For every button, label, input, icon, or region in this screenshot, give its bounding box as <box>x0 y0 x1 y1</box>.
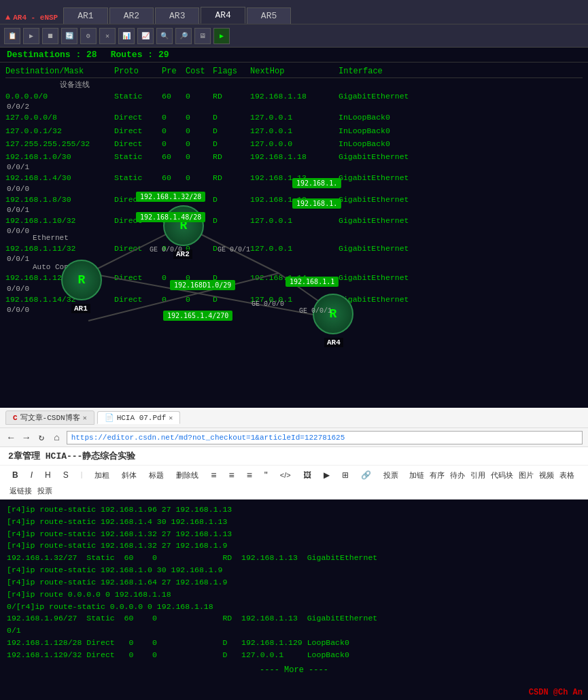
toolbar-btn-9[interactable]: 🔍 <box>156 28 173 44</box>
toolbar-btn-8[interactable]: 📈 <box>137 28 154 44</box>
more-indicator: ---- More ---- <box>7 661 581 680</box>
stats-bar: Destinations : 28 Routes : 29 <box>0 48 588 63</box>
tool-ordered[interactable]: ≡ <box>224 468 238 482</box>
sub-label-0/0/0a: 0/0/0 <box>5 185 583 193</box>
editor-tab-csdn[interactable]: C 写文章-CSDN博客 ✕ <box>5 410 94 425</box>
toolbar-divider-1: | <box>80 471 84 479</box>
sub-label-auto-copper: Auto Copper <box>5 263 583 271</box>
pdf-tab-close[interactable]: ✕ <box>169 414 173 422</box>
table-row: 192.168.1.11/32 Direct 0 0 D 127.0.0.1 G… <box>5 242 583 255</box>
nav-back-btn[interactable]: ← <box>5 431 16 444</box>
tool-unordered[interactable]: ≡ <box>207 468 220 482</box>
tab-ar5[interactable]: AR5 <box>247 7 291 24</box>
toolbar-label-table: 表格 <box>559 470 574 480</box>
table-row: 192.168.1.4/30 Static 60 0 RD 192.168.1.… <box>5 171 583 184</box>
header-proto: Proto <box>114 67 162 76</box>
routes-stat: Routes : 29 <box>111 50 169 60</box>
tool-strikethrough[interactable]: S <box>59 469 73 481</box>
destinations-stat: Destinations : 28 <box>7 50 97 60</box>
nav-home-btn[interactable]: ⌂ <box>51 431 62 444</box>
toolbar-btn-1[interactable]: 📋 <box>4 28 20 44</box>
editor-toolbar: B I H S | 加粗 斜体 标题 删除线 ≡ ≡ ≡ " </> 🖼 ▶ ⊞… <box>0 466 588 500</box>
tab-ar1[interactable]: AR1 <box>63 7 107 24</box>
tool-quote[interactable]: " <box>260 468 272 482</box>
nav-refresh-btn[interactable]: ↻ <box>36 430 47 444</box>
header-flags: Flags <box>213 67 250 76</box>
toolbar-label-vote2: 投票 <box>37 486 52 496</box>
editor-tab-pdf[interactable]: 📄 HCIA 07.Pdf ✕ <box>97 411 181 424</box>
editor-line-13: 192.168.1.129/32 Direct 0 0 D 127.0.0.1 … <box>7 649 581 661</box>
tool-italic[interactable]: I <box>27 469 37 481</box>
editor-line-4: [r4]ip route-static 192.168.1.32 27 192.… <box>7 540 581 552</box>
toolbar-btn-4[interactable]: 🔄 <box>61 28 77 44</box>
toolbar-btn-2[interactable]: ▶ <box>23 28 39 44</box>
toolbar-btn-11[interactable]: 🖥 <box>194 28 211 44</box>
toolbar-label-todo2: 待办 <box>450 470 465 480</box>
table-row: 127.255.255.255/32 Direct 0 0 D 127.0.0.… <box>5 137 583 150</box>
tool-code[interactable]: </> <box>276 470 295 480</box>
csdn-icon: C <box>13 414 18 422</box>
tool-todo[interactable]: ≡ <box>243 468 256 482</box>
csdn-tab-label: 写文章-CSDN博客 <box>20 413 80 423</box>
toolbar-btn-10[interactable]: 🔎 <box>175 28 192 44</box>
toolbar-label-img: 图片 <box>519 470 534 480</box>
table-row: 192.168.1.14/32 Direct 0 0 D 127.0.0.1 G… <box>5 293 583 306</box>
pdf-icon: 📄 <box>105 413 114 422</box>
editor-line-6: [r4]ip route-static 192.168.1.0 30 192.1… <box>7 564 581 576</box>
table-row: 192.168.1.10/32 Direct 0 0 D 127.0.0.1 G… <box>5 214 583 227</box>
toolbar-btn-5[interactable]: ⚙ <box>80 28 97 44</box>
editor-line-8: [r4]ip route 0.0.0.0 0 192.168.1.18 <box>7 589 581 601</box>
tool-bold[interactable]: B <box>8 469 22 481</box>
table-row: 192.168.1.8/30 Direct 0 0 D 192.168.1.10… <box>5 193 583 206</box>
table-row: 127.0.0.1/32 Direct 0 0 D 127.0.0.1 InLo… <box>5 124 583 137</box>
url-text: https://editor.csdn.net/md?not_checkout=… <box>71 434 345 442</box>
editor-title: HCIA---静态综合实验 <box>46 450 136 462</box>
toolbar-play[interactable]: ▶ <box>213 28 230 44</box>
sub-label-0/0/0d: 0/0/0 <box>5 306 583 314</box>
editor-content-area[interactable]: [r4]ip route-static 192.168.1.96 27 192.… <box>0 500 588 700</box>
tab-ar4[interactable]: AR4 <box>201 7 245 24</box>
tool-label-bold[interactable]: 加粗 <box>90 469 114 482</box>
tool-heading[interactable]: H <box>41 469 55 481</box>
toolbar-btn-3[interactable]: ⏹ <box>42 28 58 44</box>
route-table: Destination/Mask Proto Pre Cost Flags Ne… <box>0 63 588 443</box>
tool-video[interactable]: ▶ <box>319 469 334 481</box>
tool-label-del[interactable]: 删除线 <box>172 469 203 482</box>
node-label-ar4: AR4 <box>324 338 343 347</box>
pdf-tab-label: HCIA 07.Pdf <box>117 414 167 422</box>
editor-title-bar: 2章管理 HCIA---静态综合实验 <box>0 447 588 466</box>
main-toolbar: 📋 ▶ ⏹ 🔄 ⚙ ✕ 📊 📈 🔍 🔎 🖥 ▶ <box>0 24 588 48</box>
tool-link[interactable]: 🔗 <box>357 469 375 481</box>
tool-vote[interactable]: 投票 <box>379 469 402 482</box>
toolbar-btn-7[interactable]: 📊 <box>118 28 135 44</box>
csdn-watermark: CSDN @Ch An <box>529 688 583 697</box>
tab-ar2[interactable]: AR2 <box>109 7 154 24</box>
editor-line-1: [r4]ip route-static 192.168.1.96 27 192.… <box>7 504 581 516</box>
header-cost: Cost <box>186 67 213 76</box>
editor-line-5: 192.168.1.32/27 Static 60 0 RD 192.168.1… <box>7 552 581 564</box>
editor-line-3: [r4]ip route-static 192.168.1.32 27 192.… <box>7 528 581 540</box>
editor-line-11: 0/1 <box>7 625 581 637</box>
tool-table[interactable]: ⊞ <box>338 469 353 481</box>
tool-label-heading[interactable]: 标题 <box>145 469 168 482</box>
table-header: Destination/Mask Proto Pre Cost Flags Ne… <box>5 65 583 78</box>
editor-line-2: [r4]ip route-static 192.168.1.4 30 192.1… <box>7 516 581 528</box>
header-nexthop: NextHop <box>250 67 339 76</box>
toolbar-btn-6[interactable]: ✕ <box>99 28 116 44</box>
nav-forward-btn[interactable]: → <box>20 431 31 444</box>
tab-bar: ▲ AR4 - eNSP AR1 AR2 AR3 AR4 AR5 <box>0 0 588 24</box>
tool-image[interactable]: 🖼 <box>299 469 315 481</box>
toolbar-label-code: 代码块 <box>491 470 513 480</box>
tool-label-italic[interactable]: 斜体 <box>118 469 141 482</box>
table-row: 0.0.0.0/0 Static 60 0 RD 192.168.1.18 Gi… <box>5 90 583 103</box>
table-row: 192.168.1.12/30 Direct 0 0 D 192.168.1.1… <box>5 271 583 284</box>
sub-label-0/0/1a: 0/0/1 <box>5 163 583 171</box>
app-logo: ▲ AR4 - eNSP <box>0 12 63 24</box>
editor-tab-bar: C 写文章-CSDN博客 ✕ 📄 HCIA 07.Pdf ✕ <box>0 408 588 428</box>
csdn-tab-close[interactable]: ✕ <box>83 414 87 422</box>
url-bar[interactable]: https://editor.csdn.net/md?not_checkout=… <box>67 431 583 444</box>
tab-ar3[interactable]: AR3 <box>155 7 199 24</box>
header-iface: Interface <box>339 67 447 76</box>
editor-line-10: 192.168.1.96/27 Static 60 0 RD 192.168.1… <box>7 612 581 625</box>
toolbar-label-quote: 引用 <box>470 470 485 480</box>
